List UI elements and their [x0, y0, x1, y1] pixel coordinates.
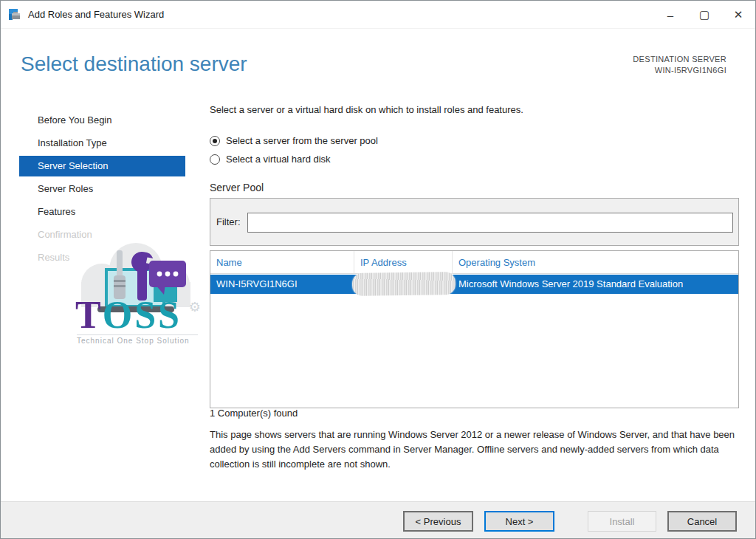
intro-text: Select a server or a virtual hard disk o…	[210, 104, 523, 115]
server-pool-table: Name IP Address Operating System WIN-I5R…	[210, 250, 739, 408]
nav-item-features[interactable]: Features	[19, 202, 185, 222]
close-button[interactable]: ✕	[721, 1, 755, 29]
server-name-cell: WIN-I5RVGI1N6GI	[216, 275, 298, 294]
filter-input[interactable]	[247, 213, 733, 233]
computers-found-text: 1 Computer(s) found	[210, 408, 298, 419]
previous-button[interactable]: < Previous	[403, 511, 473, 532]
destination-server-block: DESTINATION SERVER WIN-I5RVGI1N6GI	[633, 55, 726, 75]
nav-item-confirmation: Confirmation	[19, 224, 185, 245]
radio-button-icon[interactable]	[210, 154, 220, 165]
nav-item-installation-type[interactable]: Installation Type	[19, 133, 185, 154]
wizard-window: Add Roles and Features Wizard – ▢ ✕ Sele…	[0, 0, 756, 539]
filter-panel: Filter:	[210, 198, 739, 246]
minimize-button[interactable]: –	[653, 1, 687, 29]
wizard-nav: Before You Begin Installation Type Serve…	[19, 110, 185, 270]
radio-server-pool-label: Select a server from the server pool	[226, 135, 378, 146]
radio-virtual-hard-disk-label: Select a virtual hard disk	[226, 154, 331, 165]
filter-label: Filter:	[216, 216, 241, 227]
radio-virtual-hard-disk[interactable]: Select a virtual hard disk	[210, 154, 331, 165]
destination-server-name: WIN-I5RVGI1N6GI	[633, 66, 726, 75]
toss-brand-text: TOSS	[75, 296, 182, 334]
column-header-name[interactable]: Name	[210, 251, 354, 274]
footer-bar: < Previous Next > Install Cancel	[1, 501, 756, 539]
table-header-row: Name IP Address Operating System	[210, 251, 738, 274]
server-pool-section-label: Server Pool	[210, 182, 264, 193]
radio-button-icon[interactable]	[210, 136, 220, 146]
radio-server-pool[interactable]: Select a server from the server pool	[210, 135, 378, 146]
destination-server-label: DESTINATION SERVER	[633, 55, 726, 63]
maximize-button[interactable]: ▢	[687, 1, 721, 29]
column-header-ip-address[interactable]: IP Address	[354, 251, 453, 274]
cancel-button[interactable]: Cancel	[667, 511, 737, 532]
toss-tagline: Technical One Stop Solution	[77, 334, 198, 345]
page-description: This page shows servers that are running…	[210, 428, 739, 472]
column-header-operating-system[interactable]: Operating System	[453, 251, 738, 274]
operating-system-cell: Microsoft Windows Server 2019 Standard E…	[458, 275, 683, 294]
window-title: Add Roles and Features Wizard	[28, 9, 164, 20]
nav-item-server-selection[interactable]: Server Selection	[19, 156, 185, 176]
nav-item-server-roles[interactable]: Server Roles	[19, 179, 185, 199]
gear-watermark-icon: ⚙	[189, 299, 201, 315]
table-row[interactable]: WIN-I5RVGI1N6GI Microsoft Windows Server…	[210, 275, 738, 294]
ip-redaction-scribble	[352, 272, 456, 296]
nav-item-before-you-begin[interactable]: Before You Begin	[19, 110, 185, 131]
wizard-toolbox-icon	[7, 7, 22, 22]
nav-item-results: Results	[19, 247, 185, 268]
install-button: Install	[588, 511, 656, 532]
page-title: Select destination server	[21, 52, 247, 76]
title-bar: Add Roles and Features Wizard – ▢ ✕	[1, 1, 755, 29]
next-button[interactable]: Next >	[484, 511, 554, 532]
